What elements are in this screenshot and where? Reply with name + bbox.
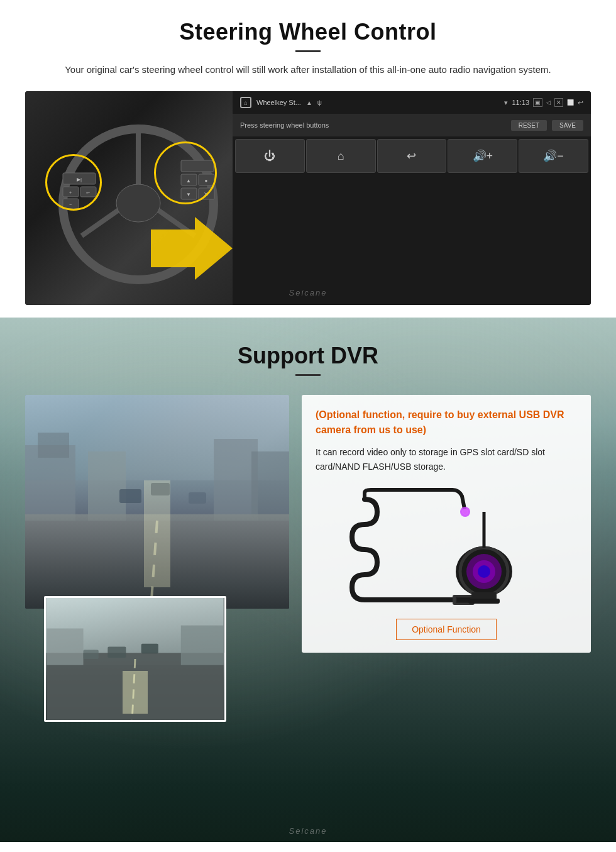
svg-rect-51 (468, 599, 500, 604)
svg-rect-37 (181, 626, 224, 665)
seicane-watermark-dvr: Seicane (0, 816, 616, 842)
svg-point-54 (462, 509, 468, 515)
yellow-arrow-svg (151, 217, 233, 280)
statusbar-right: ▾ 11:13 ▣ ◁ ✕ ⬜ ↩ (504, 98, 583, 107)
optional-badge-container: Optional Function (316, 612, 577, 640)
steering-section: Steering Wheel Control Your original car… (0, 0, 616, 318)
dvr-road-svg (25, 395, 289, 609)
svg-rect-26 (88, 451, 126, 521)
controlbar-buttons: RESET SAVE (511, 120, 583, 131)
usb-icon: ψ (317, 99, 322, 106)
dvr-right: (Optional function, require to buy exter… (302, 395, 591, 653)
svg-rect-44 (457, 598, 470, 602)
steering-subtitle: Your original car's steering wheel contr… (63, 62, 553, 77)
svg-rect-27 (214, 439, 258, 521)
highlight-circle-right (154, 141, 217, 204)
android-home-btn[interactable]: ⌂ (306, 139, 376, 173)
svg-point-4 (116, 184, 160, 222)
steering-image-container: ▶| + ↩ − ▲ ● ▼ ✕ (25, 91, 591, 305)
vol-up-icon: 🔊+ (473, 149, 493, 163)
svg-point-48 (478, 565, 490, 578)
highlight-circle-left (45, 154, 102, 211)
close-icon: ✕ (554, 98, 563, 107)
optional-function-badge[interactable]: Optional Function (396, 619, 497, 640)
svg-rect-33 (189, 492, 206, 504)
home-icon: ⌂ (240, 97, 251, 108)
svg-rect-36 (47, 629, 83, 665)
dvr-camera-svg (327, 487, 566, 612)
svg-rect-39 (107, 647, 126, 658)
volume-icon: ◁ (546, 99, 551, 106)
svg-rect-25 (38, 433, 69, 458)
dvr-left (25, 395, 289, 609)
dvr-infocard: (Optional function, require to buy exter… (302, 395, 591, 653)
signal-icon: ▲ (306, 99, 312, 106)
steering-photo: ▶| + ↩ − ▲ ● ▼ ✕ (25, 91, 264, 305)
svg-marker-22 (151, 217, 233, 280)
dvr-divider (295, 374, 321, 376)
dvr-main-photo (25, 395, 289, 609)
android-statusbar: ⌂ Wheelkey St... ▲ ψ ▾ 11:13 ▣ ◁ ✕ ⬜ ↩ (233, 91, 591, 114)
svg-rect-29 (25, 514, 289, 609)
android-power-btn[interactable]: ⏻ (235, 139, 305, 173)
android-button-row: ⏻ ⌂ ↩ 🔊+ 🔊− (233, 136, 591, 175)
svg-rect-31 (119, 489, 141, 503)
statusbar-time: 11:13 (512, 99, 529, 106)
svg-rect-32 (151, 483, 170, 495)
steering-title: Steering Wheel Control (25, 19, 591, 45)
screen-icon: ⬜ (567, 99, 574, 106)
dvr-small-road-svg (46, 598, 224, 720)
dvr-optional-text: (Optional function, require to buy exter… (316, 407, 577, 438)
seicane-watermark-steering: Seicane (289, 288, 327, 297)
svg-rect-40 (141, 644, 158, 654)
back-btn-icon: ↩ (407, 149, 416, 163)
save-button[interactable]: SAVE (552, 120, 583, 131)
svg-rect-41 (84, 650, 99, 659)
statusbar-app-title: Wheelkey St... (256, 99, 301, 106)
android-screen: ⌂ Wheelkey St... ▲ ψ ▾ 11:13 ▣ ◁ ✕ ⬜ ↩ (233, 91, 591, 305)
dvr-section: Support DVR (0, 318, 616, 842)
svg-line-2 (82, 209, 119, 236)
android-controlbar: Press steering wheel buttons RESET SAVE (233, 114, 591, 136)
vol-down-icon: 🔊− (543, 149, 564, 163)
dvr-small-photo (44, 596, 226, 722)
statusbar-left: ⌂ Wheelkey St... ▲ ψ (240, 97, 322, 108)
back-icon: ↩ (578, 99, 583, 107)
camera-icon: ▣ (533, 98, 542, 107)
android-back-btn[interactable]: ↩ (377, 139, 447, 173)
svg-rect-28 (251, 451, 289, 521)
dvr-camera-image (316, 487, 577, 612)
wifi-icon: ▾ (504, 99, 508, 107)
reset-button[interactable]: RESET (511, 120, 547, 131)
dvr-title: Support DVR (25, 343, 591, 369)
android-vol-down-btn[interactable]: 🔊− (519, 139, 588, 173)
android-vol-up-btn[interactable]: 🔊+ (448, 139, 517, 173)
dvr-content: Support DVR (0, 318, 616, 816)
home-btn-icon: ⌂ (338, 150, 344, 163)
dvr-main-area: (Optional function, require to buy exter… (25, 395, 591, 653)
dvr-desc-text: It can record video only to storage in G… (316, 445, 577, 474)
controlbar-instruction: Press steering wheel buttons (240, 121, 329, 129)
steering-divider (295, 50, 321, 52)
power-icon: ⏻ (264, 150, 275, 163)
